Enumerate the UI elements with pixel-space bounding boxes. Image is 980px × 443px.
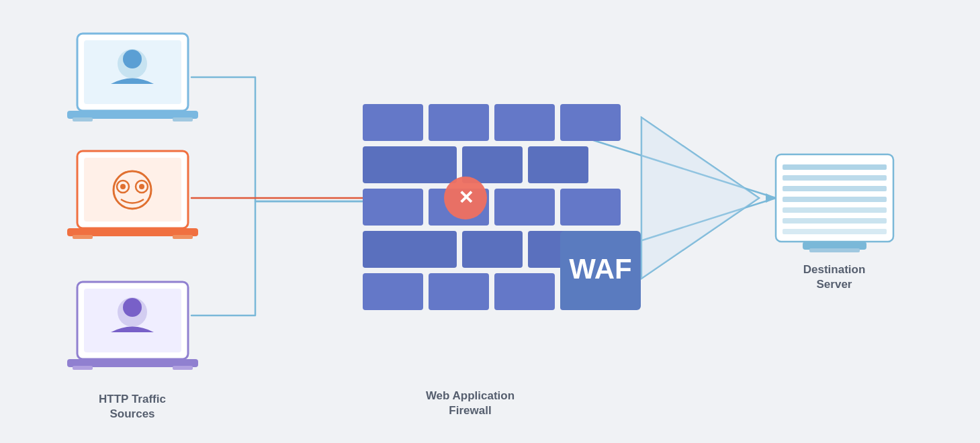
svg-rect-45 — [173, 235, 193, 239]
svg-rect-17 — [462, 231, 523, 268]
svg-rect-37 — [84, 158, 181, 222]
svg-rect-34 — [73, 117, 93, 121]
svg-rect-12 — [363, 189, 423, 226]
svg-rect-19 — [363, 273, 423, 310]
svg-rect-21 — [494, 273, 555, 310]
svg-text:Firewall: Firewall — [449, 404, 491, 417]
svg-rect-54 — [783, 164, 887, 170]
svg-rect-35 — [173, 117, 193, 121]
svg-text:Web Application: Web Application — [426, 389, 515, 402]
svg-rect-6 — [429, 104, 489, 141]
svg-rect-14 — [494, 189, 555, 226]
svg-point-32 — [123, 50, 142, 68]
svg-rect-59 — [783, 218, 887, 224]
svg-rect-5 — [363, 104, 423, 141]
svg-text:HTTP Traffic: HTTP Traffic — [99, 393, 166, 405]
svg-point-49 — [123, 298, 142, 317]
svg-rect-9 — [363, 146, 457, 183]
svg-rect-58 — [783, 207, 887, 213]
svg-rect-7 — [494, 104, 555, 141]
svg-text:Sources: Sources — [109, 407, 154, 420]
svg-text:Server: Server — [817, 278, 852, 291]
svg-rect-52 — [173, 366, 193, 370]
svg-rect-62 — [809, 248, 860, 252]
svg-rect-60 — [783, 229, 887, 234]
svg-rect-56 — [783, 186, 887, 191]
svg-rect-57 — [783, 197, 887, 202]
main-diagram: WAF ✕ — [0, 0, 980, 443]
svg-rect-44 — [73, 235, 93, 239]
svg-rect-20 — [429, 273, 489, 310]
svg-point-40 — [120, 184, 126, 189]
svg-rect-8 — [560, 104, 621, 141]
svg-text:✕: ✕ — [458, 187, 474, 208]
svg-rect-11 — [528, 146, 588, 183]
svg-rect-15 — [560, 189, 621, 226]
svg-point-42 — [139, 184, 144, 189]
svg-rect-16 — [363, 231, 457, 268]
diagram-container: WAF ✕ — [0, 0, 980, 443]
svg-rect-51 — [73, 366, 93, 370]
svg-text:WAF: WAF — [569, 253, 631, 285]
svg-rect-55 — [783, 175, 887, 181]
svg-text:Destination: Destination — [803, 263, 866, 276]
